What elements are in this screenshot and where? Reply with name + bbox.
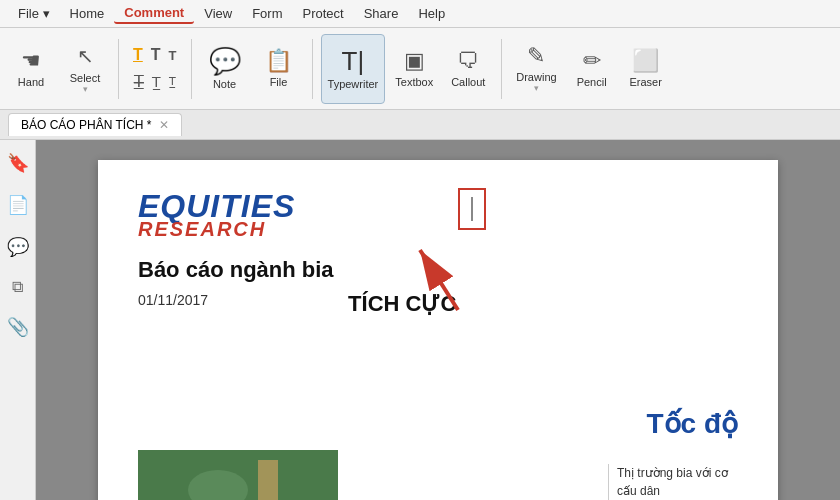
- bold-text-small-icon[interactable]: T: [167, 46, 179, 65]
- menu-home[interactable]: Home: [60, 4, 115, 23]
- tab-bar: BÁO CÁO PHÂN TÍCH * ✕: [0, 110, 840, 140]
- select-tool[interactable]: ↖ Select ▾: [60, 34, 110, 104]
- drawing-tool[interactable]: ✎ Drawing ▾: [510, 34, 562, 104]
- left-sidebar: 🔖 📄 💬 ⧉ 📎: [0, 140, 36, 500]
- callout-tool[interactable]: 🗨 Callout: [443, 34, 493, 104]
- pages-icon[interactable]: 📄: [3, 190, 33, 220]
- textbox-icon: ▣: [404, 50, 425, 72]
- pencil-label: Pencil: [577, 76, 607, 88]
- typewriter-tool[interactable]: T| Typewriter: [321, 34, 386, 104]
- tab-label: BÁO CÁO PHÂN TÍCH *: [21, 118, 151, 132]
- pdf-page: EQUITIES RESEARCH Báo cáo ngành bia 01/1…: [98, 160, 778, 500]
- pdf-date: 01/11/2017: [138, 292, 208, 308]
- toolbar: ☚ Hand ↖ Select ▾ T T T T̶ T̲ T̲ 💬 Note …: [0, 28, 840, 110]
- divider-1: [118, 39, 119, 99]
- image-svg: [138, 450, 338, 500]
- drawing-icon: ✎: [527, 45, 545, 67]
- typewriter-icon: T|: [342, 48, 365, 74]
- callout-icon: 🗨: [457, 50, 479, 72]
- pencil-icon: ✏: [583, 50, 601, 72]
- bookmark-icon[interactable]: 🔖: [3, 148, 33, 178]
- menu-comment[interactable]: Comment: [114, 3, 194, 24]
- menu-help[interactable]: Help: [408, 4, 455, 23]
- cursor-blink: [471, 197, 473, 221]
- svg-rect-4: [258, 460, 278, 500]
- eraser-icon: ⬜: [632, 50, 659, 72]
- tab-close-button[interactable]: ✕: [159, 118, 169, 132]
- hand-icon: ☚: [21, 50, 41, 72]
- pencil-tool[interactable]: ✏ Pencil: [567, 34, 617, 104]
- menu-protect[interactable]: Protect: [293, 4, 354, 23]
- svg-line-1: [420, 250, 458, 310]
- drawing-label: Drawing: [516, 71, 556, 83]
- text-small-icon[interactable]: T̲: [167, 73, 178, 90]
- menu-form[interactable]: Form: [242, 4, 292, 23]
- comment-panel-icon[interactable]: 💬: [3, 232, 33, 262]
- menu-file[interactable]: File ▾: [8, 4, 60, 23]
- file-icon: 📋: [265, 50, 292, 72]
- file-label: File: [270, 76, 288, 88]
- file-tool[interactable]: 📋 File: [254, 34, 304, 104]
- layers-icon[interactable]: ⧉: [8, 274, 27, 300]
- callout-label: Callout: [451, 76, 485, 88]
- attachment-icon[interactable]: 📎: [3, 312, 33, 342]
- eraser-tool[interactable]: ⬜ Eraser: [621, 34, 671, 104]
- underline-icon[interactable]: T̲: [150, 72, 163, 92]
- textbox-tool[interactable]: ▣ Textbox: [389, 34, 439, 104]
- tab-bao-cao[interactable]: BÁO CÁO PHÂN TÍCH * ✕: [8, 113, 182, 136]
- hand-label: Hand: [18, 76, 44, 88]
- divider-2: [191, 39, 192, 99]
- select-dropdown-arrow: ▾: [83, 84, 88, 94]
- pdf-image: [138, 450, 338, 500]
- menubar: File ▾ Home Comment View Form Protect Sh…: [0, 0, 840, 28]
- eraser-label: Eraser: [629, 76, 661, 88]
- highlight-icon[interactable]: T: [131, 44, 145, 66]
- divider-4: [501, 39, 502, 99]
- hand-tool[interactable]: ☚ Hand: [6, 34, 56, 104]
- typewriter-label: Typewriter: [328, 78, 379, 90]
- drawing-dropdown-arrow: ▾: [534, 83, 539, 93]
- divider-3: [312, 39, 313, 99]
- note-tool[interactable]: 💬 Note: [200, 34, 250, 104]
- annotation-arrow: [378, 220, 498, 320]
- menu-view[interactable]: View: [194, 4, 242, 23]
- text-format-group: T T T T̶ T̲ T̲: [127, 34, 183, 104]
- pdf-area: EQUITIES RESEARCH Báo cáo ngành bia 01/1…: [36, 140, 840, 500]
- select-label: Select: [70, 72, 101, 84]
- menu-share[interactable]: Share: [354, 4, 409, 23]
- textbox-label: Textbox: [395, 76, 433, 88]
- strikethrough-icon[interactable]: T̶: [132, 70, 146, 93]
- note-label: Note: [213, 78, 236, 90]
- main-area: 🔖 📄 💬 ⧉ 📎 EQUITI: [0, 140, 840, 500]
- bold-text-icon[interactable]: T: [149, 44, 163, 66]
- note-icon: 💬: [209, 48, 241, 74]
- pdf-speed-label: Tốc độ: [646, 407, 738, 440]
- pdf-bottom-text: Thị trường bia với cơ cấu dân: [608, 464, 738, 500]
- cursor-icon: ↖: [77, 44, 94, 68]
